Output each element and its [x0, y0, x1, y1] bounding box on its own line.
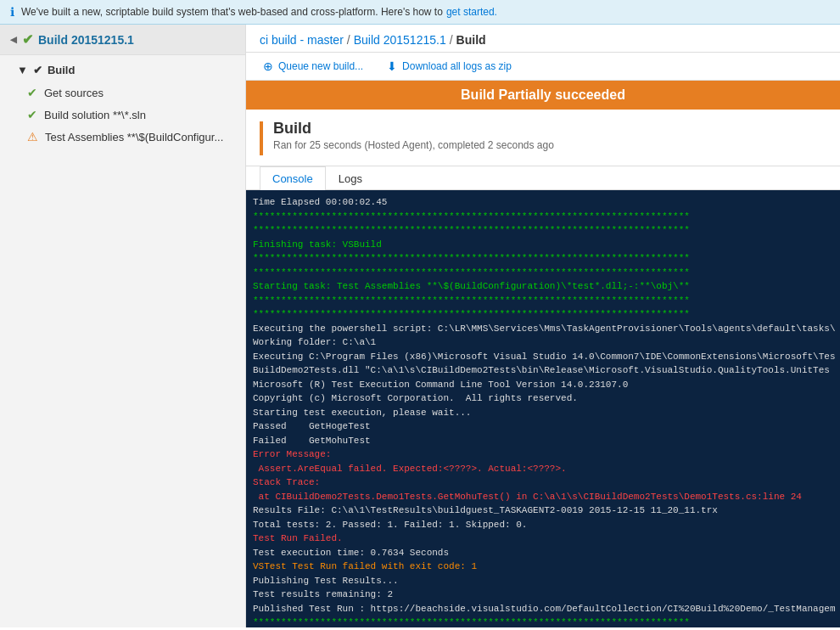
- console-line: Starting task: Test Assemblies **\$(Buil…: [253, 279, 833, 294]
- sidebar: ◀ ✔ Build 20151215.1 ▼ ✔ Build ✔ Get sou…: [0, 25, 246, 627]
- status-banner-text: Build Partially succeeded: [461, 87, 625, 102]
- console-line: Publishing Test Results...: [253, 574, 833, 588]
- console-line: Finishing task: VSBuild: [253, 238, 833, 252]
- get-started-link[interactable]: get started.: [446, 6, 497, 18]
- test-assemblies-label: Test Assemblies **\$(BuildConfigur...: [45, 131, 223, 143]
- sidebar-item-build-solution[interactable]: ✔ Build solution **\*.sln: [0, 104, 245, 126]
- breadcrumb-build-number[interactable]: Build 20151215.1: [354, 33, 446, 47]
- build-indicator: [260, 121, 263, 155]
- info-icon: ℹ: [10, 5, 14, 19]
- console-line: ****************************************…: [253, 616, 833, 627]
- tab-console[interactable]: Console: [260, 166, 326, 190]
- console-line: ****************************************…: [253, 210, 833, 224]
- sidebar-item-get-sources[interactable]: ✔ Get sources: [0, 82, 245, 104]
- console-line: Test results remaining: 2: [253, 588, 833, 602]
- console-line: Published Test Run : https://beachside.v…: [253, 602, 833, 616]
- console-line: Total tests: 2. Passed: 1. Failed: 1. Sk…: [253, 518, 833, 532]
- section-success-icon: ✔: [33, 64, 42, 76]
- console-line: at CIBuildDemo2Tests.Demo1Tests.GetMohuT…: [253, 490, 833, 504]
- queue-icon: ⊕: [263, 59, 273, 73]
- console-output[interactable]: Time Elapsed 00:00:02.45****************…: [246, 190, 840, 627]
- main-content: ci build - master / Build 20151215.1 / B…: [246, 25, 840, 627]
- breadcrumb-ci-build[interactable]: ci build - master: [260, 33, 344, 47]
- info-banner: ℹ We've built a new, scriptable build sy…: [0, 0, 840, 25]
- breadcrumb-sep1: /: [347, 33, 350, 47]
- console-line: Executing the powershell script: C:\LR\M…: [253, 322, 833, 336]
- build-name: Build: [273, 120, 554, 138]
- console-line: Test execution time: 0.7634 Seconds: [253, 546, 833, 560]
- console-line: Time Elapsed 00:00:02.45: [253, 195, 833, 210]
- build-meta: Ran for 25 seconds (Hosted Agent), compl…: [273, 139, 554, 151]
- collapse-arrow-icon[interactable]: ◀: [10, 35, 17, 44]
- build-info: Build Ran for 25 seconds (Hosted Agent),…: [246, 110, 840, 166]
- console-tab-label: Console: [272, 172, 313, 185]
- get-sources-check-icon: ✔: [27, 86, 37, 99]
- get-sources-label: Get sources: [44, 87, 104, 99]
- console-line: Passed GetHogeTest: [253, 419, 833, 434]
- console-line: Stack Trace:: [253, 475, 833, 490]
- build-details: Build Ran for 25 seconds (Hosted Agent),…: [273, 120, 554, 151]
- console-line: Microsoft (R) Test Execution Command Lin…: [253, 378, 833, 392]
- sidebar-item-test-assemblies[interactable]: ⚠ Test Assemblies **\$(BuildConfigur...: [0, 126, 245, 148]
- sidebar-section: ▼ ✔ Build ✔ Get sources ✔ Build solution…: [0, 55, 245, 151]
- banner-text: We've built a new, scriptable build syst…: [21, 6, 443, 18]
- test-assemblies-check-icon: ⚠: [27, 130, 38, 143]
- console-line: ****************************************…: [253, 307, 833, 322]
- console-line: Assert.AreEqual failed. Expected:<????>.…: [253, 462, 833, 476]
- console-line: Executing C:\Program Files (x86)\Microso…: [253, 350, 833, 364]
- breadcrumb-sep2: /: [450, 33, 453, 47]
- build-success-icon: ✔: [22, 31, 33, 48]
- console-line: Copyright (c) Microsoft Corporation. All…: [253, 391, 833, 406]
- console-line: ****************************************…: [253, 294, 833, 308]
- breadcrumb: ci build - master / Build 20151215.1 / B…: [260, 33, 826, 47]
- console-line: Working folder: C:\a\1: [253, 335, 833, 350]
- sidebar-title: ◀ ✔ Build 20151215.1: [0, 25, 245, 55]
- console-line: VSTest Test Run failed with exit code: 1: [253, 560, 833, 574]
- console-line: BuildDemo2Tests.dll "C:\a\1\s\CIBuildDem…: [253, 363, 833, 378]
- toolbar: ⊕ Queue new build... ⬇ Download all logs…: [246, 53, 840, 81]
- breadcrumb-current: Build: [456, 33, 486, 47]
- tab-logs[interactable]: Logs: [326, 166, 375, 190]
- console-line: ****************************************…: [253, 223, 833, 238]
- console-line: ****************************************…: [253, 266, 833, 280]
- build-solution-check-icon: ✔: [27, 108, 37, 121]
- download-icon: ⬇: [387, 59, 397, 73]
- queue-build-label: Queue new build...: [278, 60, 363, 72]
- queue-build-button[interactable]: ⊕ Queue new build...: [260, 58, 367, 75]
- sidebar-build-title: Build 20151215.1: [38, 33, 134, 47]
- tabs-bar: Console Logs: [246, 166, 840, 190]
- build-solution-label: Build solution **\*.sln: [44, 109, 146, 121]
- console-line: Error Message:: [253, 447, 833, 462]
- console-line: Failed GetMohuTest: [253, 434, 833, 448]
- sidebar-section-header[interactable]: ▼ ✔ Build: [0, 59, 245, 82]
- console-line: Test Run Failed.: [253, 532, 833, 546]
- console-line: ****************************************…: [253, 251, 833, 266]
- status-banner: Build Partially succeeded: [246, 81, 840, 110]
- download-logs-button[interactable]: ⬇ Download all logs as zip: [384, 58, 515, 75]
- section-collapse-icon: ▼: [17, 64, 28, 76]
- download-logs-label: Download all logs as zip: [402, 60, 512, 72]
- console-line: Results File: C:\a\1\TestResults\buildgu…: [253, 503, 833, 518]
- sidebar-section-label: Build: [48, 64, 76, 76]
- logs-tab-label: Logs: [339, 172, 362, 185]
- breadcrumb-bar: ci build - master / Build 20151215.1 / B…: [246, 25, 840, 53]
- console-line: Starting test execution, please wait...: [253, 406, 833, 420]
